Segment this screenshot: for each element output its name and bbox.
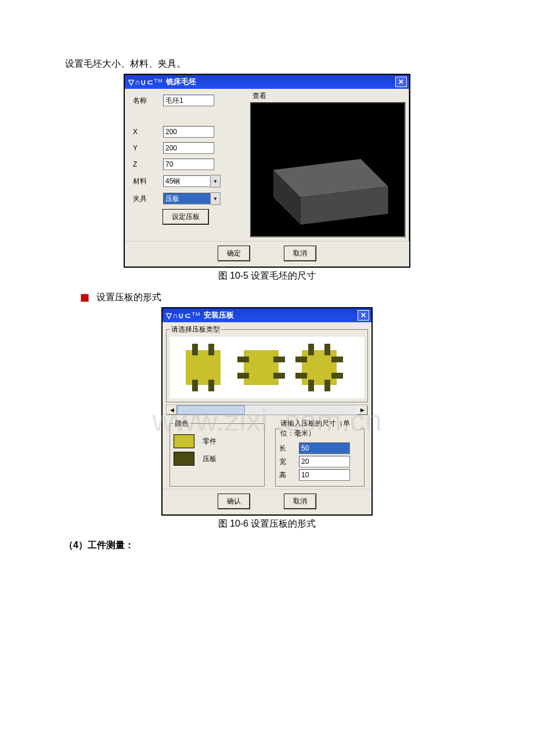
dialog-title: 铣床毛坯	[166, 77, 196, 87]
dialog-install-clamp: ▽∩∪⊂TM 安装压板 ✕ 请选择压板类型	[161, 307, 373, 516]
horizontal-scrollbar[interactable]: ◀ ▶	[166, 405, 368, 415]
dialog-milling-blank: ▽∩∪⊂TM 铣床毛坯 ✕ 名称 X	[124, 74, 410, 268]
color-legend: 颜色	[174, 419, 190, 429]
cancel-button[interactable]: 取消	[284, 494, 316, 509]
x-label: X	[133, 128, 163, 136]
app-logo: ▽∩∪⊂TM	[128, 78, 163, 87]
clamp-type-list	[170, 337, 364, 398]
ok-button[interactable]: 确定	[218, 246, 250, 261]
bullet-icon	[81, 294, 88, 301]
clamp-type-group: 请选择压板类型	[166, 325, 368, 402]
material-select[interactable]	[163, 175, 211, 187]
y-input[interactable]	[163, 142, 214, 154]
width-label: 宽	[279, 457, 291, 467]
clamp-color-label: 压板	[203, 454, 217, 464]
scroll-right-icon[interactable]: ▶	[357, 405, 367, 415]
color-group: 颜色 零件 压板	[169, 419, 265, 487]
set-clamp-button[interactable]: 设定压板	[163, 210, 208, 224]
preview-label: 查看	[252, 91, 406, 101]
fixture-select[interactable]	[163, 193, 211, 204]
chevron-down-icon[interactable]: ▼	[211, 192, 221, 205]
height-input[interactable]	[299, 469, 350, 481]
clamp-type-option[interactable]	[181, 345, 226, 390]
name-input[interactable]	[163, 95, 214, 106]
preview-viewport	[250, 102, 406, 237]
z-input[interactable]	[163, 159, 214, 170]
length-label: 长	[279, 444, 291, 453]
dialog-title: 安装压板	[204, 310, 234, 321]
scroll-thumb[interactable]	[177, 405, 245, 415]
titlebar: ▽∩∪⊂TM 铣床毛坯 ✕	[125, 75, 409, 89]
length-input[interactable]	[299, 442, 350, 454]
height-label: 高	[279, 470, 291, 480]
cancel-button[interactable]: 取消	[284, 246, 316, 261]
app-logo: ▽∩∪⊂TM	[166, 311, 200, 320]
confirm-button[interactable]: 确认	[218, 494, 250, 509]
part-color-swatch	[174, 434, 194, 448]
close-icon[interactable]: ✕	[358, 310, 369, 321]
part-color-label: 零件	[203, 437, 217, 447]
bullet-text: 设置压板的形式	[96, 291, 161, 304]
y-label: Y	[133, 144, 163, 152]
intro-text: 设置毛坯大小、材料、夹具。	[46, 58, 488, 70]
material-label: 材料	[133, 177, 163, 186]
section-4-heading: （4）工件测量：	[64, 539, 488, 552]
fixture-label: 夹具	[133, 194, 163, 204]
clamp-color-swatch	[174, 452, 194, 466]
x-input[interactable]	[163, 126, 214, 138]
scroll-left-icon[interactable]: ◀	[167, 405, 177, 415]
z-label: Z	[133, 160, 163, 168]
name-label: 名称	[133, 96, 163, 106]
block-3d-icon	[251, 103, 405, 236]
clamp-type-legend: 请选择压板类型	[170, 325, 221, 334]
dimensions-group: 请输入压板的尺寸（单位：毫米） 长 宽 高	[275, 419, 365, 487]
dimensions-legend: 请输入压板的尺寸（单位：毫米）	[279, 419, 360, 438]
close-icon[interactable]: ✕	[395, 77, 407, 87]
width-input[interactable]	[299, 456, 350, 467]
clamp-type-option[interactable]	[239, 345, 284, 390]
titlebar: ▽∩∪⊂TM 安装压板 ✕	[163, 308, 371, 322]
figure-caption-2: 图 10-6 设置压板的形式	[218, 518, 316, 530]
figure-caption-1: 图 10-5 设置毛坯的尺寸	[218, 270, 316, 282]
chevron-down-icon[interactable]: ▼	[211, 175, 221, 188]
clamp-type-option[interactable]	[297, 345, 342, 390]
